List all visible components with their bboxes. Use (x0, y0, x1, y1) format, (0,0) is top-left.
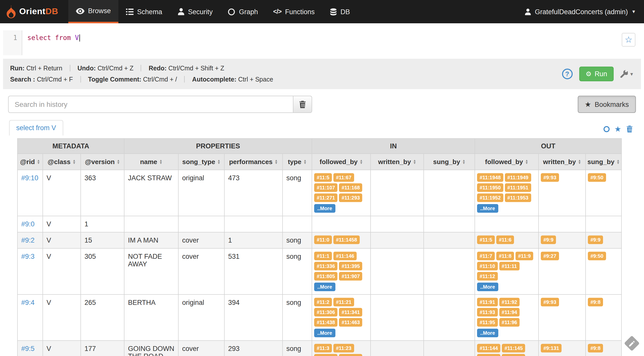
record-link-badge[interactable]: #9:93 (541, 298, 559, 306)
column-header-type[interactable]: type▲▼ (283, 154, 312, 170)
record-link-badge[interactable]: #11:1950 (477, 183, 503, 192)
nav-item-functions[interactable]: </> Functions (266, 0, 322, 23)
sort-icon[interactable]: ▲▼ (413, 160, 416, 164)
record-link-badge[interactable]: #11:144 (477, 344, 500, 352)
record-link-badge[interactable]: #11:343 (314, 354, 337, 356)
column-header-name[interactable]: name▲▼ (124, 154, 178, 170)
record-link-badge[interactable]: #9:9 (541, 235, 556, 244)
record-link-badge[interactable]: #11:146 (333, 252, 357, 260)
delete-result-icon[interactable] (626, 126, 633, 133)
bookmark-result-icon[interactable]: ★ (614, 126, 621, 133)
record-link-badge[interactable]: #9:27 (541, 252, 559, 260)
record-link-badge[interactable]: #11:8 (496, 252, 514, 260)
record-link-badge[interactable]: #11:67 (333, 173, 354, 182)
column-header-class[interactable]: @class▲▼ (43, 154, 81, 170)
record-link-badge[interactable]: #11:21 (333, 298, 354, 306)
record-link-badge[interactable]: #11:95 (477, 318, 498, 327)
record-link-badge[interactable]: #11:341 (339, 308, 362, 317)
record-link-badge[interactable]: #11:2 (314, 298, 332, 306)
record-link-badge[interactable]: #9:8 (588, 344, 603, 352)
record-link-badge[interactable]: #9:8 (588, 298, 603, 306)
record-link-badge[interactable]: #11:1458 (333, 235, 359, 244)
record-link-badge[interactable]: #11:23 (333, 344, 354, 352)
more-button[interactable]: ..More (314, 329, 335, 337)
column-header-followedby[interactable]: followed_by▲▼ (312, 154, 371, 170)
more-button[interactable]: ..More (477, 329, 498, 337)
sort-icon[interactable]: ▲▼ (616, 160, 620, 164)
nav-item-graph[interactable]: Graph (220, 0, 266, 23)
record-rid-link[interactable]: #9:0 (21, 220, 35, 228)
record-link-badge[interactable]: #9:9 (588, 235, 603, 244)
nav-item-schema[interactable]: Schema (118, 0, 170, 23)
sort-icon[interactable]: ▲▼ (303, 160, 307, 164)
sort-icon[interactable]: ▲▼ (37, 160, 40, 164)
record-link-badge[interactable]: #11:463 (339, 318, 362, 327)
record-rid-link[interactable]: #9:3 (21, 253, 35, 260)
help-icon[interactable]: ? (562, 69, 572, 79)
more-button[interactable]: ..More (477, 204, 498, 213)
orientdb-logo[interactable]: OrientDB (0, 0, 68, 23)
record-link-badge[interactable]: #11:5 (477, 235, 495, 244)
record-link-badge[interactable]: #11:96 (499, 318, 520, 327)
record-link-badge[interactable]: #9:50 (588, 173, 606, 182)
tab-select-from-v[interactable]: select from V (9, 120, 63, 136)
record-link-badge[interactable]: #11:91 (477, 298, 498, 306)
record-link-badge[interactable]: #11:92 (499, 298, 520, 306)
sort-icon[interactable]: ▲▼ (117, 160, 120, 164)
record-link-badge[interactable]: #11:438 (314, 318, 337, 327)
record-link-badge[interactable]: #11:373 (339, 354, 362, 356)
bookmark-query-button[interactable]: ☆ (622, 33, 635, 47)
more-button[interactable]: ..More (477, 283, 498, 291)
record-link-badge[interactable]: #11:336 (314, 262, 337, 270)
query-editor[interactable]: 1 select fromV ☆ (3, 30, 641, 55)
user-menu[interactable]: GratefulDeadConcerts (admin) ▼ (517, 0, 644, 23)
record-link-badge[interactable]: #11:93 (477, 308, 498, 317)
column-header-version[interactable]: @version▲▼ (81, 154, 124, 170)
sort-icon[interactable]: ▲▼ (275, 160, 278, 164)
sort-icon[interactable]: ▲▼ (159, 160, 163, 164)
column-header-performances[interactable]: performances▲▼ (224, 154, 283, 170)
record-link-badge[interactable]: #11:107 (314, 183, 337, 192)
record-link-badge[interactable]: #11:145 (502, 344, 525, 352)
record-link-badge[interactable]: #11:10 (477, 262, 498, 270)
bookmarks-button[interactable]: ★ Bookmarks (578, 96, 636, 113)
record-link-badge[interactable]: #11:12 (477, 272, 498, 281)
sort-icon[interactable]: ▲▼ (73, 160, 76, 164)
record-link-badge[interactable]: #11:293 (339, 193, 362, 202)
record-link-badge[interactable]: #11:1951 (505, 183, 531, 192)
record-link-badge[interactable]: #9:50 (588, 252, 606, 260)
record-link-badge[interactable]: #9:93 (541, 173, 559, 182)
sort-icon[interactable]: ▲▼ (525, 160, 528, 164)
record-link-badge[interactable]: #11:1 (314, 252, 332, 260)
column-header-followedby[interactable]: followed_by▲▼ (475, 154, 539, 170)
record-link-badge[interactable]: #11:907 (339, 272, 362, 281)
record-link-badge[interactable]: #11:805 (314, 272, 337, 281)
column-header-writtenby[interactable]: written_by▲▼ (371, 154, 424, 170)
record-link-badge[interactable]: #11:0 (314, 235, 332, 244)
record-link-badge[interactable]: #11:395 (339, 262, 362, 270)
record-link-badge[interactable]: #11:146 (477, 354, 500, 356)
record-link-badge[interactable]: #11:1949 (505, 173, 531, 182)
record-link-badge[interactable]: #11:1952 (477, 193, 503, 202)
record-link-badge[interactable]: #11:306 (314, 308, 337, 317)
history-search-input[interactable] (8, 96, 293, 113)
record-link-badge[interactable]: #11:7 (477, 252, 495, 260)
nav-item-security[interactable]: Security (170, 0, 220, 23)
record-link-badge[interactable]: #11:3 (314, 344, 332, 352)
rerun-icon[interactable] (603, 126, 609, 132)
record-link-badge[interactable]: #11:271 (314, 193, 337, 202)
record-rid-link[interactable]: #9:10 (21, 174, 38, 182)
settings-dropdown[interactable]: ▼ (620, 70, 634, 78)
record-link-badge[interactable]: #11:9 (516, 252, 533, 260)
record-link-badge[interactable]: #11:1953 (505, 193, 531, 202)
column-header-sungby[interactable]: sung_by▲▼ (424, 154, 475, 170)
record-rid-link[interactable]: #9:5 (21, 345, 35, 352)
sort-icon[interactable]: ▲▼ (360, 160, 363, 164)
sort-icon[interactable]: ▲▼ (462, 160, 465, 164)
clear-history-button[interactable] (293, 96, 312, 113)
sort-icon[interactable]: ▲▼ (578, 160, 581, 164)
record-link-badge[interactable]: #11:11 (499, 262, 519, 270)
column-header-writtenby[interactable]: written_by▲▼ (539, 154, 586, 170)
column-header-songtype[interactable]: song_type▲▼ (178, 154, 224, 170)
more-button[interactable]: ..More (314, 204, 335, 213)
